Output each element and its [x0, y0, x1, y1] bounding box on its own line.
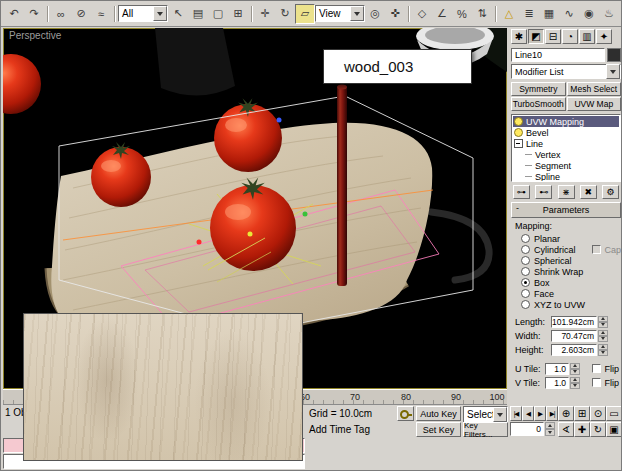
radio-icon[interactable] — [521, 267, 530, 276]
go-to-start-button[interactable]: |◀ — [510, 406, 522, 421]
frame-spinner[interactable] — [545, 422, 555, 436]
tab-utilities[interactable]: ✦ — [596, 29, 612, 44]
chevron-down-icon[interactable] — [153, 6, 167, 21]
radio-icon-selected[interactable] — [521, 278, 530, 287]
radio-icon[interactable] — [521, 256, 530, 265]
configure-modifier-sets-button[interactable]: ⚙ — [602, 185, 619, 199]
gizmo-handle-red[interactable] — [197, 240, 202, 245]
chevron-down-icon[interactable] — [606, 64, 620, 79]
go-to-end-button[interactable]: ▶| — [546, 406, 558, 421]
expander-minus-icon[interactable] — [514, 139, 523, 148]
u-flip-checkbox[interactable] — [592, 364, 601, 373]
parameters-rollout-header[interactable]: - Parameters — [511, 202, 621, 218]
select-by-name-icon[interactable]: ▤ — [188, 4, 208, 24]
mapping-option-planar[interactable]: Planar — [515, 233, 621, 244]
width-input[interactable]: 70.47cm — [551, 330, 597, 342]
material-editor-icon[interactable]: ◉ — [579, 4, 599, 24]
pin-stack-button[interactable]: ⊶ — [513, 185, 530, 199]
key-filters-button[interactable]: Key Filters... — [463, 422, 508, 437]
length-input[interactable]: 101.942cm — [551, 316, 597, 328]
object-name-field[interactable]: Line10 — [511, 48, 605, 62]
curve-editor-icon[interactable]: ∿ — [559, 4, 579, 24]
previous-frame-button[interactable]: ◀ — [522, 406, 534, 421]
gizmo-handle-green[interactable] — [303, 212, 308, 217]
stack-item-uvw-mapping[interactable]: UVW Mapping — [513, 116, 619, 127]
arc-rotate-icon[interactable]: ↻ — [590, 422, 606, 437]
field-of-view-icon[interactable]: ∢ — [558, 422, 574, 437]
select-and-rotate-icon[interactable]: ↻ — [275, 4, 295, 24]
stack-item-bevel[interactable]: Bevel — [513, 127, 619, 138]
auto-key-button[interactable]: Auto Key — [416, 406, 461, 421]
modifier-button-uvw-map[interactable]: UVW Map — [567, 97, 622, 111]
align-icon[interactable]: ≣ — [519, 4, 539, 24]
radio-icon[interactable] — [521, 300, 530, 309]
select-and-move-icon[interactable]: ✛ — [255, 4, 275, 24]
mapping-option-face[interactable]: Face — [515, 288, 621, 299]
red-pole[interactable] — [337, 85, 347, 287]
visibility-bulb-icon[interactable] — [514, 117, 523, 126]
selection-filter-dropdown[interactable]: All — [118, 5, 168, 22]
remove-modifier-button[interactable]: ✖ — [580, 185, 597, 199]
rectangular-selection-region-icon[interactable]: ▢ — [208, 4, 228, 24]
window-crossing-icon[interactable]: ⊞ — [228, 4, 248, 24]
u-tile-spinner[interactable] — [570, 363, 580, 375]
mapping-option-spherical[interactable]: Spherical — [515, 255, 621, 266]
set-keys-button[interactable] — [397, 406, 414, 421]
v-flip-checkbox[interactable] — [592, 378, 601, 387]
bind-to-space-warp-icon[interactable]: ≈ — [91, 4, 111, 24]
undo-icon[interactable]: ↶ — [4, 4, 24, 24]
gizmo-handle-blue[interactable] — [277, 118, 282, 123]
zoom-icon[interactable]: ⊕ — [558, 406, 574, 421]
select-and-link-icon[interactable]: ∞ — [51, 4, 71, 24]
tab-motion[interactable]: ◔ — [562, 29, 578, 44]
viewport-label[interactable]: Perspective — [9, 30, 61, 41]
zoom-all-icon[interactable]: ⊞ — [574, 406, 590, 421]
set-key-button[interactable]: Set Key — [416, 422, 461, 437]
select-and-manipulate-icon[interactable]: ✜ — [385, 4, 405, 24]
mirror-icon[interactable]: △ — [499, 4, 519, 24]
chevron-down-icon[interactable] — [350, 6, 364, 21]
tomato-left[interactable] — [91, 142, 151, 207]
stack-item-spline[interactable]: Spline — [513, 171, 619, 182]
visibility-bulb-icon[interactable] — [514, 128, 523, 137]
radio-icon[interactable] — [521, 245, 530, 254]
pan-icon[interactable]: ✚ — [574, 422, 590, 437]
tab-display[interactable]: ▥ — [579, 29, 595, 44]
length-spinner[interactable] — [598, 316, 608, 328]
tomato-edge[interactable] — [3, 54, 41, 114]
current-frame-field[interactable]: 0 — [510, 422, 544, 436]
mapping-option-xyz-to-uvw[interactable]: XYZ to UVW — [515, 299, 621, 310]
modifier-button-turbosmooth[interactable]: TurboSmooth — [511, 97, 566, 111]
angle-snap-icon[interactable]: ∠ — [432, 4, 452, 24]
add-time-tag[interactable]: Add Time Tag — [309, 424, 370, 435]
tab-hierarchy[interactable]: ⊟ — [545, 29, 561, 44]
tab-modify[interactable]: ◩ — [528, 29, 544, 44]
width-spinner[interactable] — [598, 330, 608, 342]
render-setup-icon[interactable]: ♨ — [599, 4, 619, 24]
object-color-swatch[interactable] — [607, 48, 621, 62]
radio-icon[interactable] — [521, 289, 530, 298]
modifier-list-dropdown[interactable]: Modifier List — [511, 64, 621, 79]
stack-item-segment[interactable]: Segment — [513, 160, 619, 171]
make-unique-button[interactable]: ⋇ — [558, 185, 575, 199]
radio-icon[interactable] — [521, 234, 530, 243]
gizmo-handle-yellow[interactable] — [248, 232, 253, 237]
modifier-button-mesh-select[interactable]: Mesh Select — [567, 82, 622, 96]
height-spinner[interactable] — [598, 344, 608, 356]
stack-item-line[interactable]: Line — [513, 138, 619, 149]
unlink-selection-icon[interactable]: ⊘ — [71, 4, 91, 24]
mapping-option-shrink-wrap[interactable]: Shrink Wrap — [515, 266, 621, 277]
min-max-toggle-icon[interactable]: ▣ — [606, 422, 622, 437]
redo-icon[interactable]: ↷ — [24, 4, 44, 24]
mapping-option-cylindrical[interactable]: Cylindrical Cap — [515, 244, 621, 255]
u-tile-input[interactable]: 1.0 — [545, 363, 569, 375]
select-object-icon[interactable]: ↖ — [168, 4, 188, 24]
tab-create[interactable]: ✱ — [511, 29, 527, 44]
play-animation-button[interactable]: ▶ — [534, 406, 546, 421]
zoom-region-icon[interactable]: ▭ — [606, 406, 622, 421]
v-tile-input[interactable]: 1.0 — [545, 377, 569, 389]
v-tile-spinner[interactable] — [570, 377, 580, 389]
mapping-option-box[interactable]: Box — [515, 277, 621, 288]
snap-toggle-icon[interactable]: ◇ — [412, 4, 432, 24]
stack-item-vertex[interactable]: Vertex — [513, 149, 619, 160]
